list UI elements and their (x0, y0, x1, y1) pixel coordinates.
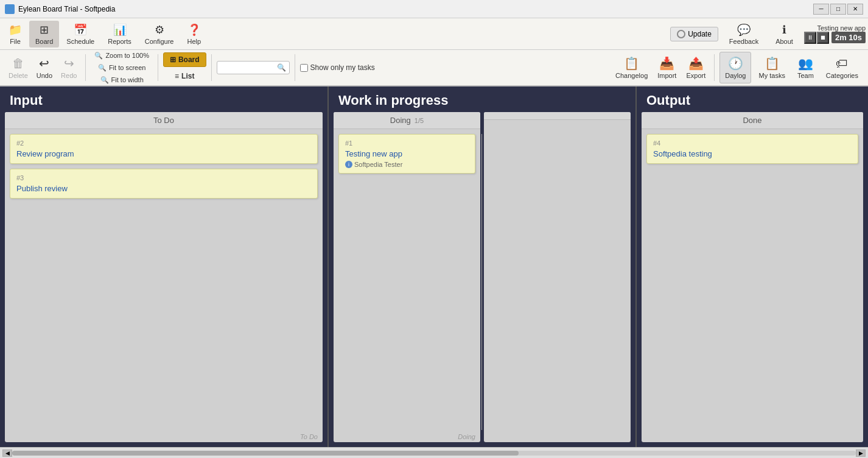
doing-column: Doing 1/5 #1 Testing new app i Softpedia… (334, 112, 480, 442)
menu-item-help[interactable]: ❓ Help (181, 21, 207, 48)
delete-icon: 🗑 (12, 57, 24, 71)
scroll-right-button[interactable]: ▶ (856, 449, 866, 457)
doing-empty-column (484, 112, 631, 442)
team-icon: 👥 (798, 56, 813, 71)
scrollbar-area: ◀ ▶ (0, 447, 868, 458)
fitscreen-button[interactable]: 🔍 Fit to screen (91, 62, 153, 73)
about-icon: ℹ (782, 23, 786, 37)
show-only-tasks-checkbox[interactable] (300, 64, 308, 72)
categories-icon: 🏷 (836, 57, 848, 71)
task-4-number: #4 (653, 139, 852, 147)
file-icon: 📁 (9, 23, 22, 37)
task-card-3[interactable]: #3 Publish review (10, 169, 318, 199)
toolbar-sep-2 (158, 54, 158, 81)
changelog-button[interactable]: 📋 Changelog (612, 52, 651, 83)
menu-reports-label: Reports (108, 38, 131, 45)
export-button[interactable]: 📤 Export (682, 52, 709, 83)
search-wrapper: 🔍 (217, 61, 290, 74)
update-button[interactable]: Update (670, 27, 718, 41)
list-view-label: List (181, 72, 194, 80)
menu-file-label: File (10, 38, 21, 45)
task-card-1[interactable]: #1 Testing new app i Softpedia Tester (338, 134, 475, 174)
zoom100-icon: 🔍 (94, 52, 103, 60)
list-view-icon: ≡ (175, 72, 179, 80)
list-view-button[interactable]: ≡ List (168, 69, 201, 83)
update-label: Update (688, 30, 712, 38)
task-1-number: #1 (345, 139, 469, 147)
maximize-button[interactable]: □ (830, 4, 846, 15)
toolbar-edit-group: 🗑 Delete ↩ Undo ↪ Redo (5, 52, 80, 83)
doing-column-content: #1 Testing new app i Softpedia Tester (334, 129, 480, 431)
doing-divider (481, 134, 482, 430)
task-1-assignee: i Softpedia Tester (345, 161, 469, 168)
timer-value: 2m 10s (831, 32, 866, 43)
update-icon (677, 30, 685, 38)
wip-columns: Doing 1/5 #1 Testing new app i Softpedia… (329, 112, 635, 447)
categories-button[interactable]: 🏷 Categories (821, 52, 863, 83)
menu-item-reports[interactable]: 📊 Reports (102, 21, 138, 48)
toolbar-sep-4 (295, 54, 295, 81)
reports-icon: 📊 (113, 23, 127, 37)
fitwidth-button[interactable]: 🔍 Fit to width (91, 74, 153, 85)
fitscreen-label: Fit to screen (109, 64, 146, 71)
done-header-label: Done (743, 116, 761, 125)
input-section: Input To Do #2 Review program #3 Publish… (0, 86, 329, 447)
timer-pause-button[interactable]: ⏸ (804, 32, 816, 44)
scroll-left-button[interactable]: ◀ (2, 449, 12, 457)
import-button[interactable]: 📥 Import (654, 52, 680, 83)
menu-help-label: Help (187, 38, 201, 45)
mytasks-button[interactable]: 📋 My tasks (754, 52, 789, 83)
task-3-number: #3 (16, 174, 311, 181)
categories-label: Categories (826, 72, 858, 79)
task-card-4[interactable]: #4 Softpedia testing (646, 134, 858, 164)
search-icon: 🔍 (277, 63, 286, 72)
minimize-button[interactable]: ─ (813, 4, 829, 15)
menu-item-board[interactable]: ⊞ Board (29, 21, 59, 48)
output-section: Output Done #4 Softpedia testing (637, 86, 868, 447)
redo-button[interactable]: ↪ Redo (57, 52, 80, 83)
todo-header-label: To Do (153, 116, 174, 125)
menu-item-feedback[interactable]: 💬 Feedback (723, 21, 765, 48)
menubar: 📁 File ⊞ Board 📅 Schedule 📊 Reports ⚙ Co… (0, 18, 868, 50)
wip-section-label: Work in progress (329, 86, 635, 112)
daylog-button[interactable]: 🕐 Daylog (719, 52, 751, 83)
close-button[interactable]: ✕ (847, 4, 863, 15)
schedule-icon: 📅 (74, 23, 87, 37)
task-1-info-icon: i (345, 161, 352, 168)
scrollbar-track[interactable] (12, 451, 856, 456)
todo-column-content: #2 Review program #3 Publish review (5, 129, 323, 431)
undo-label: Undo (37, 72, 52, 79)
toolbar-view-group: ⊞ Board ≡ List (163, 52, 206, 83)
toolbar-zoom-group: 🔍 Zoom to 100% 🔍 Fit to screen 🔍 Fit to … (91, 50, 153, 85)
configure-icon: ⚙ (155, 23, 164, 37)
redo-icon: ↪ (64, 56, 74, 71)
menu-item-configure[interactable]: ⚙ Configure (139, 21, 180, 48)
fitscreen-icon: 🔍 (98, 64, 107, 72)
undo-icon: ↩ (39, 56, 49, 71)
undo-button[interactable]: ↩ Undo (33, 52, 56, 83)
task-card-2[interactable]: #2 Review program (10, 134, 318, 164)
menu-schedule-label: Schedule (66, 38, 94, 45)
menu-item-schedule[interactable]: 📅 Schedule (60, 21, 100, 48)
team-label: Team (797, 72, 814, 79)
show-only-tasks-label: Show only my tasks (300, 63, 375, 72)
delete-label: Delete (9, 72, 28, 79)
toolbar-sep-1 (85, 54, 86, 81)
menu-item-about[interactable]: ℹ About (769, 21, 799, 48)
board-view-button[interactable]: ⊞ Board (163, 52, 206, 67)
timer-stop-button[interactable]: ⏹ (817, 32, 829, 44)
timer-controls[interactable]: ⏸ ⏹ (804, 32, 829, 44)
input-columns: To Do #2 Review program #3 Publish revie… (0, 112, 327, 447)
team-button[interactable]: 👥 Team (793, 52, 819, 83)
fitwidth-label: Fit to width (111, 76, 144, 83)
zoom100-button[interactable]: 🔍 Zoom to 100% (91, 50, 153, 61)
export-label: Export (686, 72, 705, 79)
menu-item-file[interactable]: 📁 File (2, 21, 28, 48)
import-label: Import (657, 72, 676, 79)
menu-board-label: Board (35, 38, 53, 45)
delete-button[interactable]: 🗑 Delete (5, 52, 32, 83)
titlebar: Eylean Board Trial - Softpedia ─ □ ✕ (0, 0, 868, 18)
task-1-title: Testing new app (345, 149, 469, 158)
task-2-title: Review program (16, 149, 311, 158)
titlebar-controls[interactable]: ─ □ ✕ (813, 4, 863, 15)
